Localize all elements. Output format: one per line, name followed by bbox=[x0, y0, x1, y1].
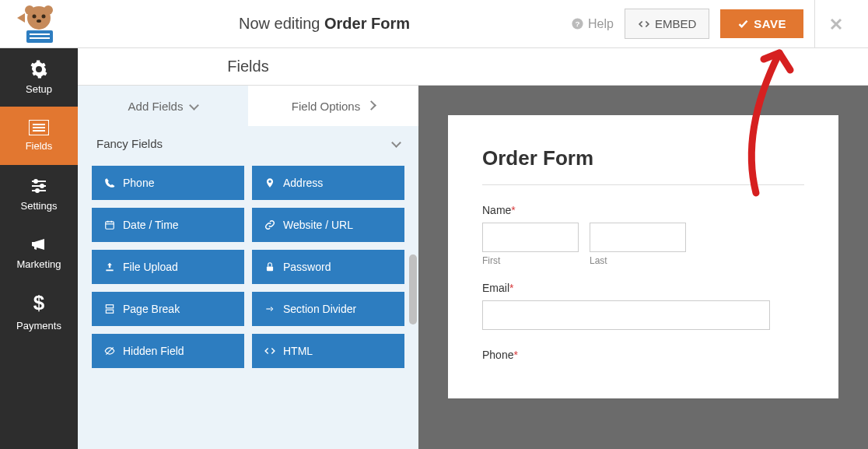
wpforms-logo bbox=[0, 0, 78, 48]
phone-label: Phone* bbox=[482, 349, 804, 361]
first-name-col: First bbox=[482, 223, 579, 266]
last-sublabel: Last bbox=[590, 255, 686, 266]
help-icon: ? bbox=[571, 17, 584, 30]
field-label: Address bbox=[283, 177, 323, 189]
field-button-pagebreak[interactable]: Page Break bbox=[92, 292, 244, 326]
last-name-input[interactable] bbox=[590, 223, 686, 252]
field-label: Password bbox=[283, 261, 331, 273]
last-name-col: Last bbox=[590, 223, 686, 266]
required-asterisk: * bbox=[513, 349, 517, 361]
field-button-datetime[interactable]: Date / Time bbox=[92, 208, 244, 242]
field-button-divider[interactable]: Section Divider bbox=[252, 292, 404, 326]
panel-scrollbar[interactable] bbox=[409, 254, 417, 324]
svg-point-21 bbox=[40, 184, 44, 188]
embed-label: EMBED bbox=[655, 17, 696, 30]
chevron-down-icon bbox=[390, 137, 400, 150]
panel-title: Fields bbox=[78, 48, 418, 86]
field-button-password[interactable]: Password bbox=[252, 250, 404, 284]
svg-point-5 bbox=[37, 19, 41, 23]
field-button-address[interactable]: Address bbox=[252, 166, 404, 200]
first-name-input[interactable] bbox=[482, 223, 579, 252]
sidenav-item-fields[interactable]: Fields bbox=[0, 107, 78, 165]
svg-point-3 bbox=[33, 14, 37, 18]
fields-panel: Fields Add Fields Field Options Fancy Fi… bbox=[78, 48, 418, 449]
field-label: Page Break bbox=[123, 303, 180, 315]
sidenav-item-marketing[interactable]: Marketing bbox=[0, 223, 78, 282]
required-asterisk: * bbox=[509, 282, 513, 294]
form-title: Order Form bbox=[482, 146, 804, 170]
svg-point-1 bbox=[25, 5, 34, 15]
tab-add-fields[interactable]: Add Fields bbox=[78, 86, 248, 126]
sidenav-item-settings[interactable]: Settings bbox=[0, 165, 78, 223]
field-button-upload[interactable]: File Upload bbox=[92, 250, 244, 284]
name-label: Name* bbox=[482, 204, 804, 216]
svg-point-2 bbox=[44, 5, 53, 15]
form-divider bbox=[482, 184, 804, 185]
email-label-text: Email bbox=[482, 282, 509, 294]
tab-field-options[interactable]: Field Options bbox=[248, 86, 418, 126]
app-header: Now editing Order Form ? Help EMBED SAVE bbox=[0, 0, 868, 48]
close-icon bbox=[829, 17, 843, 31]
field-button-website[interactable]: Website / URL bbox=[252, 208, 404, 242]
field-label: HTML bbox=[283, 345, 313, 357]
bullhorn-icon bbox=[30, 235, 48, 254]
email-label: Email* bbox=[482, 282, 804, 294]
preview-area: Order Form Name* First Last Email* Phone… bbox=[418, 48, 868, 449]
upload-icon bbox=[104, 261, 115, 272]
svg-rect-28 bbox=[106, 305, 113, 308]
field-label: Section Divider bbox=[283, 303, 356, 315]
svg-point-4 bbox=[42, 14, 46, 18]
field-label: File Upload bbox=[123, 261, 178, 273]
required-asterisk: * bbox=[511, 204, 515, 216]
section-fancy-fields[interactable]: Fancy Fields bbox=[78, 126, 418, 161]
name-label-text: Name bbox=[482, 204, 511, 216]
lock-icon bbox=[264, 261, 275, 272]
close-button[interactable] bbox=[814, 0, 857, 48]
field-button-hidden[interactable]: Hidden Field bbox=[92, 334, 244, 368]
section-label: Fancy Fields bbox=[96, 137, 163, 150]
save-label: SAVE bbox=[754, 17, 786, 30]
email-input[interactable] bbox=[482, 300, 770, 330]
field-label: Hidden Field bbox=[123, 345, 184, 357]
svg-rect-29 bbox=[106, 310, 113, 313]
chevron-down-icon bbox=[187, 100, 198, 113]
field-button-html[interactable]: HTML bbox=[252, 334, 404, 368]
first-sublabel: First bbox=[482, 255, 579, 266]
svg-point-22 bbox=[36, 189, 39, 192]
embed-button[interactable]: EMBED bbox=[625, 9, 709, 39]
divider-icon bbox=[264, 303, 275, 314]
side-navigation: Setup Fields Settings Marketing $ Paymen… bbox=[0, 48, 78, 449]
field-button-phone[interactable]: Phone bbox=[92, 166, 244, 200]
svg-rect-6 bbox=[26, 30, 53, 43]
svg-rect-27 bbox=[267, 266, 273, 271]
code-icon bbox=[264, 346, 275, 356]
sidenav-label: Marketing bbox=[16, 258, 61, 270]
tab-label: Field Options bbox=[292, 100, 360, 113]
form-preview: Order Form Name* First Last Email* Phone… bbox=[448, 115, 838, 398]
sidenav-label: Payments bbox=[16, 320, 61, 331]
panel-tabs: Add Fields Field Options bbox=[78, 86, 418, 126]
sidenav-label: Fields bbox=[26, 140, 53, 152]
link-icon bbox=[264, 219, 275, 230]
tab-label: Add Fields bbox=[128, 100, 184, 113]
field-label: Phone bbox=[123, 177, 154, 189]
header-actions: ? Help EMBED SAVE bbox=[571, 0, 868, 48]
help-link[interactable]: ? Help bbox=[571, 17, 614, 31]
phone-icon bbox=[104, 177, 115, 188]
editing-prefix: Now editing bbox=[239, 15, 324, 32]
chevron-right-icon bbox=[365, 100, 375, 113]
sidenav-label: Settings bbox=[21, 200, 58, 212]
calendar-icon bbox=[104, 219, 115, 230]
form-name: Order Form bbox=[324, 15, 410, 32]
check-icon bbox=[737, 18, 749, 30]
sidenav-item-setup[interactable]: Setup bbox=[0, 48, 78, 107]
field-label: Website / URL bbox=[283, 219, 353, 231]
form-icon bbox=[29, 120, 49, 135]
help-label: Help bbox=[588, 17, 614, 31]
save-button[interactable]: SAVE bbox=[720, 9, 803, 38]
svg-point-20 bbox=[34, 180, 37, 183]
svg-rect-8 bbox=[30, 37, 50, 39]
main-area: Setup Fields Settings Marketing $ Paymen… bbox=[0, 48, 868, 449]
page-break-icon bbox=[104, 303, 115, 314]
sidenav-item-payments[interactable]: $ Payments bbox=[0, 282, 78, 340]
